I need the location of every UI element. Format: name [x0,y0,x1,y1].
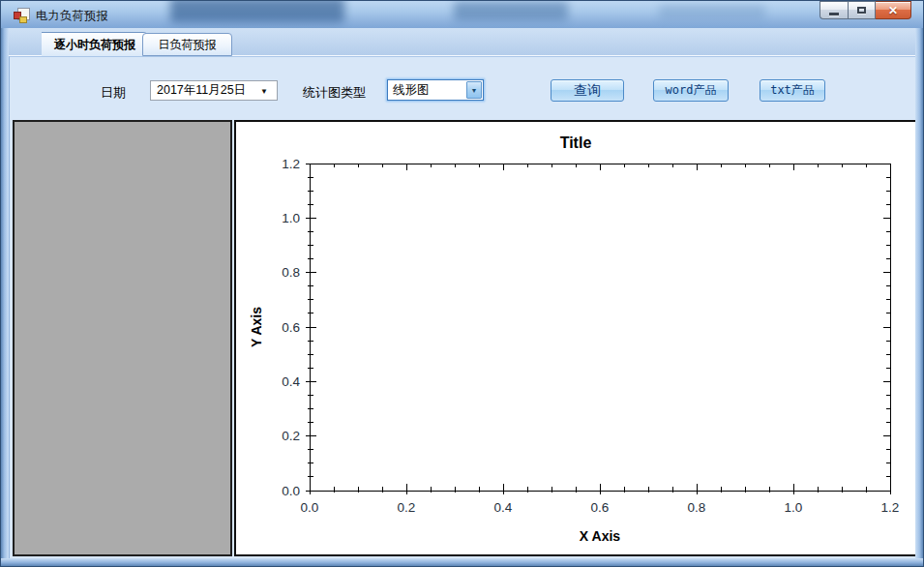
y-tick-label: 0.6 [282,320,300,335]
y-tick-label: 0.8 [282,265,300,280]
x-tick-label: 0.6 [591,500,610,515]
x-tick-label: 0.4 [494,500,513,515]
close-button[interactable]: ✕ [876,1,911,19]
minimize-icon [829,13,839,15]
maximize-button[interactable] [848,1,876,19]
tab-page-hourly: 日期 2017年11月25日 ▼ 统计图类型 线形图 ▼ 查询 word产品 t… [9,56,917,560]
chart-type-value: 线形图 [393,82,430,99]
tab-hourly-forecast[interactable]: 逐小时负荷预报 [42,32,149,57]
date-label: 日期 [101,84,126,102]
chart-title: Title [560,134,592,151]
chart-panel: 0.00.20.40.60.81.01.20.00.20.40.60.81.01… [234,120,917,556]
y-tick-label: 0.2 [282,429,300,443]
window-title: 电力负荷预报 [36,8,108,24]
tab-strip: 逐小时负荷预报 日负荷预报 [9,28,917,56]
x-tick-label: 0.2 [398,500,416,515]
query-button[interactable]: 查询 [551,79,624,102]
txt-export-button[interactable]: txt产品 [760,79,825,102]
y-tick-label: 0.4 [282,374,300,389]
app-window: 电力负荷预报 ✕ 逐小时负荷预报 日负荷预报 日期 2017年11月25日 [0,0,924,567]
plot-area [310,164,890,491]
x-tick-label: 0.0 [301,500,319,515]
titlebar-artifact [170,1,344,22]
chart-type-select[interactable]: 线形图 ▼ [387,79,484,101]
tab-daily-label: 日负荷预报 [159,37,217,53]
x-tick-label: 1.2 [881,500,900,515]
chevron-down-icon: ▼ [471,87,478,94]
window-border-right [915,28,923,560]
x-tick-label: 1.0 [785,500,803,515]
chart-type-label: 统计图类型 [303,84,366,102]
window-controls: ✕ [820,1,911,20]
combo-dropdown-button[interactable]: ▼ [466,81,482,99]
date-dropdown-arrow-icon[interactable]: ▼ [260,87,268,96]
titlebar: 电力负荷预报 ✕ [1,1,924,28]
y-tick-label: 0.0 [282,484,300,498]
date-picker-value: 2017年11月25日 [157,82,246,99]
chart-canvas: 0.00.20.40.60.81.01.20.00.20.40.60.81.01… [236,122,915,554]
y-tick-label: 1.0 [282,211,300,225]
titlebar-artifact [454,1,568,20]
minimize-button[interactable] [820,1,848,19]
x-tick-label: 0.8 [688,500,706,515]
close-icon: ✕ [888,5,898,16]
maximize-icon [857,7,866,14]
x-axis-title: X Axis [580,528,620,544]
app-icon [14,8,29,22]
window-border-bottom [1,558,924,566]
y-axis-title: Y Axis [249,307,264,347]
data-grid-panel [13,120,232,556]
tab-hourly-label: 逐小时负荷预报 [54,37,135,53]
date-picker[interactable]: 2017年11月25日 ▼ [150,80,278,101]
y-tick-label: 1.2 [282,157,300,171]
window-border-left [1,28,9,560]
titlebar-artifact [659,5,765,18]
tab-daily-forecast[interactable]: 日负荷预报 [142,33,232,56]
word-export-button[interactable]: word产品 [653,79,729,102]
